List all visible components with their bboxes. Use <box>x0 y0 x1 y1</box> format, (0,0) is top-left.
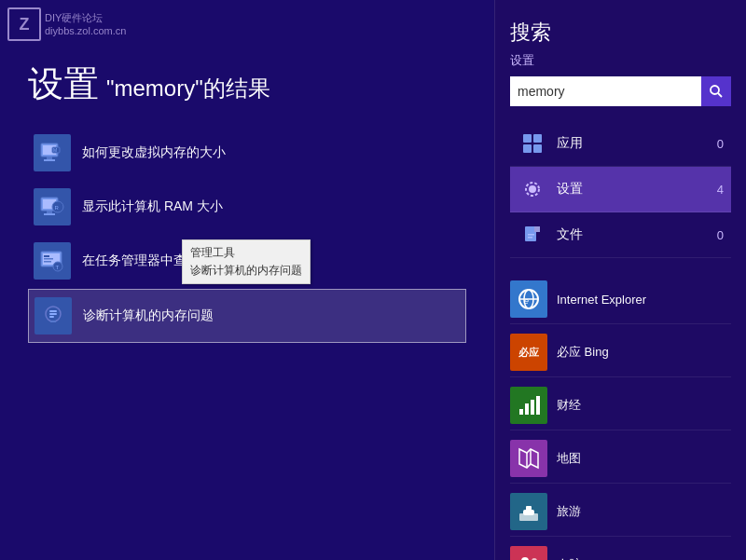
svg-text:e: e <box>524 296 529 306</box>
search-category-label: 设置 <box>510 52 731 69</box>
result-item[interactable]: T 在任务管理器中查看内存使用情况 管理工具 诊断计算机的内存问题 <box>28 235 466 287</box>
travel-icon <box>510 493 547 530</box>
maps-icon <box>510 440 547 477</box>
svg-rect-9 <box>44 213 55 215</box>
svg-rect-20 <box>49 310 57 312</box>
watermark-logo: Z <box>7 7 41 41</box>
app-name: 地图 <box>557 450 581 467</box>
svg-rect-30 <box>533 144 542 153</box>
svg-line-26 <box>718 93 722 97</box>
svg-rect-35 <box>528 234 534 236</box>
right-panel: 搜索 设置 应用 0 <box>494 0 746 560</box>
svg-rect-43 <box>531 400 534 415</box>
svg-rect-28 <box>533 134 542 143</box>
svg-text:T: T <box>56 265 60 270</box>
result-icon: R <box>34 188 71 225</box>
ie-icon: e <box>510 280 547 318</box>
app-item-bing[interactable]: 必应 必应 Bing <box>510 330 731 377</box>
tooltip-line2: 诊断计算机的内存问题 <box>190 262 302 280</box>
result-item[interactable]: 诊断计算机的内存问题 <box>28 289 466 343</box>
category-item-apps[interactable]: 应用 0 <box>510 121 731 167</box>
category-label: 应用 <box>557 135 699 152</box>
app-item-ie[interactable]: e Internet Explorer <box>510 277 731 324</box>
category-label: 文件 <box>557 226 699 243</box>
app-item-finance[interactable]: 财经 <box>510 383 731 430</box>
svg-rect-41 <box>519 409 523 415</box>
svg-rect-16 <box>44 261 51 263</box>
apps-section: e Internet Explorer 必应 必应 Bing 财经 <box>510 277 731 560</box>
category-label: 设置 <box>557 181 699 198</box>
watermark-text: DIY硬件论坛 diybbs.zol.com.cn <box>45 11 126 38</box>
svg-point-25 <box>711 86 719 94</box>
svg-rect-24 <box>48 322 59 324</box>
category-count: 0 <box>709 137 724 151</box>
title-query: "memory"的结果 <box>106 74 270 103</box>
tooltip-line1: 管理工具 <box>190 244 302 262</box>
category-count: 0 <box>709 228 724 242</box>
svg-rect-3 <box>44 159 55 161</box>
app-name: 必应 Bing <box>557 344 609 361</box>
left-panel: 设置 "memory"的结果 M 如何更改虚拟内存的大小 <box>0 0 494 560</box>
app-item-maps[interactable]: 地图 <box>510 436 731 484</box>
svg-rect-50 <box>526 506 532 511</box>
category-list: 应用 0 设置 4 <box>510 121 731 258</box>
svg-rect-21 <box>49 313 57 315</box>
watermark: Z DIY硬件论坛 diybbs.zol.com.cn <box>7 7 126 41</box>
svg-rect-42 <box>525 403 529 415</box>
result-text: 显示此计算机 RAM 大小 <box>82 198 223 215</box>
svg-text:R: R <box>55 205 60 211</box>
category-item-files[interactable]: 文件 0 <box>510 212 731 258</box>
app-item-travel[interactable]: 旅游 <box>510 489 731 537</box>
svg-marker-45 <box>519 449 538 468</box>
tooltip: 管理工具 诊断计算机的内存问题 <box>182 239 311 284</box>
svg-rect-15 <box>44 258 53 260</box>
result-icon: M <box>34 134 71 171</box>
people-icon <box>510 546 547 560</box>
svg-rect-27 <box>523 134 532 143</box>
app-item-people[interactable]: 人脉 <box>510 542 731 560</box>
app-name: 人脉 <box>557 556 581 560</box>
result-item[interactable]: M 如何更改虚拟内存的大小 <box>28 127 466 179</box>
app-name: Internet Explorer <box>557 293 646 307</box>
page-title: 设置 "memory"的结果 <box>28 61 466 108</box>
result-text: 诊断计算机的内存问题 <box>83 307 214 324</box>
apps-icon <box>518 129 547 158</box>
svg-rect-14 <box>44 255 49 257</box>
search-icon <box>709 84 724 99</box>
app-name: 旅游 <box>557 503 581 520</box>
svg-rect-29 <box>523 144 532 153</box>
category-count: 4 <box>709 183 724 197</box>
result-item[interactable]: R 显示此计算机 RAM 大小 <box>28 181 466 233</box>
svg-rect-44 <box>536 396 540 415</box>
settings-icon <box>518 174 547 204</box>
title-main: 设置 <box>28 61 99 108</box>
svg-point-31 <box>529 185 536 193</box>
search-input[interactable] <box>510 78 701 104</box>
results-list: M 如何更改虚拟内存的大小 R 显示此计算机 RAM 大小 <box>28 127 466 343</box>
category-item-settings[interactable]: 设置 4 <box>510 167 731 212</box>
svg-text:M: M <box>53 147 57 153</box>
app-name: 财经 <box>557 397 581 414</box>
search-title: 搜索 <box>510 19 731 47</box>
search-input-wrap <box>510 76 731 106</box>
finance-icon <box>510 387 547 424</box>
bing-icon: 必应 <box>510 334 547 371</box>
result-text: 如何更改虚拟内存的大小 <box>82 144 226 161</box>
svg-rect-36 <box>528 237 532 239</box>
svg-rect-34 <box>534 226 540 232</box>
result-icon <box>35 297 72 335</box>
result-icon: T <box>34 242 71 280</box>
svg-rect-22 <box>49 316 54 318</box>
files-icon <box>518 220 547 250</box>
search-button[interactable] <box>701 76 731 106</box>
